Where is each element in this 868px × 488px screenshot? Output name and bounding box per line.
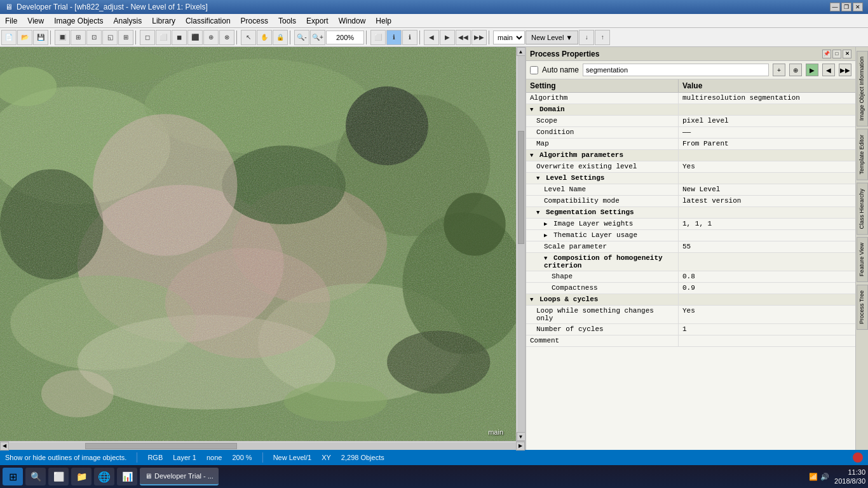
tool-3[interactable]: ⊡ [86,30,102,45]
tool-1[interactable]: 🔳 [55,30,70,45]
zoom-out-btn[interactable]: 🔍- [294,30,309,45]
new-level-button[interactable]: New Level ▼ [526,30,578,44]
taskbar-search[interactable]: 🔍 [25,468,46,485]
add-process-btn[interactable]: + [773,64,785,76]
taskbar-app-icon-1[interactable]: 📊 [117,468,137,485]
taskbar-clock[interactable]: 11:30 2018/8/30 [834,468,865,486]
restore-button[interactable]: ❐ [841,3,851,11]
tool-8[interactable]: ◼ [172,30,187,45]
level-up-btn[interactable]: ↑ [595,30,610,45]
scroll-up-btn[interactable]: ▲ [517,47,526,56]
panel-float-btn[interactable]: □ [832,50,841,58]
prop-cell-setting[interactable]: ▼ Composition of homogeneity criterion [526,253,679,271]
tool-9[interactable]: ⬛ [187,30,203,45]
scroll-track-h[interactable] [9,442,516,450]
zoom-input[interactable]: 200% [326,30,364,44]
prop-row-homogeneity[interactable]: ▼ Composition of homogeneity criterion [526,253,855,271]
taskbar-network-icon[interactable]: 📶 [809,473,818,481]
auto-name-input[interactable]: segmentation [583,64,769,76]
taskbar-file-explorer[interactable]: 📁 [71,468,92,485]
scroll-down-btn[interactable]: ▼ [517,432,526,441]
vertical-scrollbar[interactable]: ▲ ▼ [516,47,525,441]
nav-2[interactable]: ◀◀ [456,30,471,45]
new-btn[interactable]: 📄 [1,30,17,45]
run-back-btn[interactable]: ◀ [822,64,835,76]
prop-cell-setting[interactable]: ▼ Algorithm parameters [526,150,679,161]
menu-file[interactable]: File [0,14,22,27]
tool-14[interactable]: 🔒 [273,30,288,45]
view-btn[interactable]: ⬜ [370,30,386,45]
horizontal-scrollbar[interactable]: ◀ ▶ [0,441,525,450]
title-bar-controls[interactable]: — ❐ ✕ [830,3,863,11]
prop-row-layer-weights[interactable]: ▶ Image Layer weights 1, 1, 1 [526,219,855,230]
tool-7[interactable]: ⬜ [156,30,171,45]
panel-title-controls[interactable]: 📌 □ ✕ [822,50,851,58]
menu-help[interactable]: Help [370,14,397,27]
info2-btn[interactable]: ℹ [402,30,417,45]
menu-analysis[interactable]: Analysis [109,14,147,27]
tool-10[interactable]: ⊕ [203,30,219,45]
menu-export[interactable]: Export [301,14,334,27]
menu-classification[interactable]: Classification [180,14,236,27]
prop-cell-setting: Number of cycles [526,324,679,335]
prop-row-domain[interactable]: ▼ Domain [526,104,855,116]
tool-2[interactable]: ⊞ [71,30,86,45]
prop-cell-setting[interactable]: ▼ Level Settings [526,173,679,184]
close-button[interactable]: ✕ [853,3,863,11]
taskbar-volume-icon[interactable]: 🔊 [820,473,829,481]
tab-process-tree[interactable]: Process Tree [857,285,868,330]
start-button[interactable]: ⊞ [3,468,23,485]
run-next-btn[interactable]: ▶▶ [839,64,851,76]
nav-right[interactable]: ▶ [440,30,455,45]
prop-cell-setting[interactable]: ▶ Thematic Layer usage [526,230,679,241]
tool-6[interactable]: ◻ [140,30,155,45]
menu-process[interactable]: Process [236,14,273,27]
menu-tools[interactable]: Tools [273,14,301,27]
prop-cell-setting[interactable]: ▶ Image Layer weights [526,219,679,229]
prop-cell-setting[interactable]: ▼ Segmentation Settings [526,207,679,218]
panel-pin-btn[interactable]: 📌 [822,50,831,58]
prop-row-thematic[interactable]: ▶ Thematic Layer usage [526,230,855,241]
level-select[interactable]: main [493,30,525,44]
nav-3[interactable]: ▶▶ [471,30,487,45]
save-btn[interactable]: 💾 [33,30,48,45]
tool-11[interactable]: ⊗ [219,30,234,45]
prop-row-algo-params[interactable]: ▼ Algorithm parameters [526,150,855,161]
tab-template-editor[interactable]: Template Editor [857,129,868,180]
taskbar-app-developer-trial[interactable]: 🖥 Developer Trial - ... [140,468,219,485]
menu-window[interactable]: Window [334,14,371,27]
tool-4[interactable]: ◱ [102,30,118,45]
prop-row-level-settings[interactable]: ▼ Level Settings [526,173,855,184]
scroll-left-btn[interactable]: ◀ [0,442,9,451]
image-area[interactable]: main ▲ ▼ [0,47,525,441]
menu-image-objects[interactable]: Image Objects [49,14,108,27]
copy-process-btn[interactable]: ⊕ [789,64,802,76]
minimize-button[interactable]: — [830,3,840,11]
tool-12[interactable]: ↖ [241,30,256,45]
open-btn[interactable]: 📂 [17,30,32,45]
auto-name-checkbox[interactable] [530,66,538,74]
taskbar-task-view[interactable]: ⬜ [48,468,69,485]
prop-row-loops[interactable]: ▼ Loops & cycles [526,294,855,306]
tab-feature-view[interactable]: Feature View [857,237,868,282]
level-down-btn[interactable]: ↓ [579,30,594,45]
tab-class-hierarchy[interactable]: Class Hierarchy [857,183,868,235]
tab-image-object-info[interactable]: Image Object Information [857,51,868,126]
run-forward-btn[interactable]: ▶ [806,64,818,76]
panel-close-btn[interactable]: ✕ [843,50,851,58]
nav-left[interactable]: ◀ [424,30,439,45]
svg-point-21 [444,193,505,255]
taskbar-chrome[interactable]: 🌐 [94,468,114,485]
zoom-in-btn[interactable]: 🔍+ [310,30,325,45]
menu-view[interactable]: View [22,14,49,27]
scroll-track-v[interactable] [517,56,525,432]
prop-cell-setting[interactable]: ▼ Domain [526,104,679,115]
prop-cell-setting[interactable]: ▼ Loops & cycles [526,294,679,305]
tool-5[interactable]: ⊞ [118,30,133,45]
info-btn[interactable]: ℹ [386,30,402,45]
status-indicator[interactable] [853,452,863,463]
scroll-right-btn[interactable]: ▶ [516,442,525,451]
prop-row-seg-settings[interactable]: ▼ Segmentation Settings [526,207,855,219]
tool-13[interactable]: ✋ [257,30,272,45]
menu-library[interactable]: Library [147,14,180,27]
